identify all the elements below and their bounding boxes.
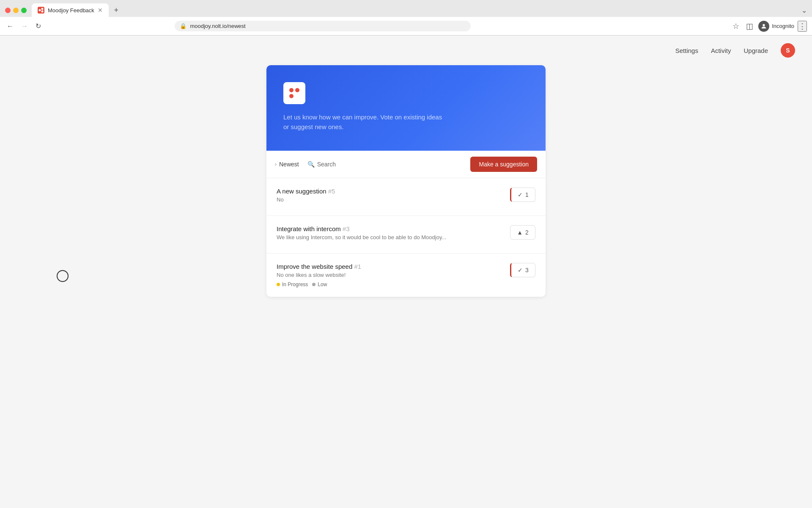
suggestion-content: A new suggestion #5No <box>277 188 503 206</box>
hero-logo <box>283 82 305 104</box>
collapse-button[interactable]: ⌄ <box>801 6 807 14</box>
tag-label: Low <box>318 282 327 287</box>
bookmark-button[interactable]: ☆ <box>731 20 741 33</box>
top-nav: Settings Activity Upgrade S <box>0 36 812 65</box>
sidebar-button[interactable]: ◫ <box>744 20 755 33</box>
upgrade-link[interactable]: Upgrade <box>743 47 768 54</box>
hero-banner: Let us know how we can improve. Vote on … <box>266 65 546 151</box>
vote-button[interactable]: ✓1 <box>510 188 535 202</box>
logo-dot-2 <box>295 88 299 92</box>
vote-button[interactable]: ▲2 <box>510 225 535 240</box>
make-suggestion-button[interactable]: Make a suggestion <box>470 157 537 172</box>
vote-icon: ✓ <box>518 267 523 273</box>
logo-dots <box>286 85 303 102</box>
address-bar: ← → ↻ 🔒 moodjoy.nolt.io/newest ☆ ◫ Incog… <box>0 17 812 36</box>
suggestion-item: Integrate with intercom #3We like using … <box>266 216 546 254</box>
newest-label: Newest <box>279 161 299 168</box>
suggestion-desc: No one likes a slow website! <box>277 272 503 278</box>
svg-point-1 <box>41 8 44 10</box>
settings-link[interactable]: Settings <box>675 47 698 54</box>
activity-link[interactable]: Activity <box>711 47 731 54</box>
suggestion-content: Improve the website speed #1No one likes… <box>277 263 503 287</box>
suggestion-title: A new suggestion #5 <box>277 188 503 195</box>
tag-label: In Progress <box>282 282 308 287</box>
search-button[interactable]: 🔍 Search <box>307 161 336 168</box>
url-text: moodjoy.nolt.io/newest <box>190 23 466 29</box>
svg-point-3 <box>763 24 765 26</box>
tab-close-button[interactable]: ✕ <box>98 7 103 13</box>
window-close-button[interactable] <box>5 8 11 13</box>
tab-favicon <box>38 7 44 14</box>
vote-count: 2 <box>525 229 529 236</box>
lock-icon: 🔒 <box>180 23 187 29</box>
app-page: Settings Activity Upgrade S Let us know … <box>0 36 812 508</box>
browser-menu-button[interactable]: ⋮ <box>798 21 807 32</box>
suggestion-number: #1 <box>354 263 361 270</box>
newest-filter[interactable]: › Newest <box>275 161 299 168</box>
toolbar-right: ☆ ◫ Incognito ⋮ <box>731 20 807 33</box>
vote-button[interactable]: ✓3 <box>510 263 535 277</box>
tab-bar: Moodjoy Feedback ✕ + ⌄ <box>0 0 812 17</box>
feedback-card: Let us know how we can improve. Vote on … <box>266 65 546 297</box>
incognito-label: Incognito <box>772 23 794 29</box>
back-button[interactable]: ← <box>5 21 15 32</box>
incognito-area: Incognito <box>758 21 794 32</box>
suggestion-content: Integrate with intercom #3We like using … <box>277 225 503 244</box>
logo-dot-1 <box>289 88 294 92</box>
suggestion-item: Improve the website speed #1No one likes… <box>266 254 546 297</box>
window-maximize-button[interactable] <box>21 8 27 13</box>
suggestion-tags: In ProgressLow <box>277 282 503 287</box>
filter-bar: › Newest 🔍 Search Make a suggestion <box>266 151 546 178</box>
tag: In Progress <box>277 282 308 287</box>
tag: Low <box>312 282 327 287</box>
window-controls <box>5 8 27 13</box>
logo-dot-3 <box>289 94 294 98</box>
tag-dot <box>277 283 280 286</box>
url-bar[interactable]: 🔒 moodjoy.nolt.io/newest <box>175 21 471 31</box>
main-content: Let us know how we can improve. Vote on … <box>0 65 812 322</box>
window-minimize-button[interactable] <box>13 8 19 13</box>
search-label: Search <box>317 161 336 168</box>
new-tab-button[interactable]: + <box>110 4 122 16</box>
svg-point-0 <box>39 9 41 11</box>
suggestions-list: A new suggestion #5No✓1Integrate with in… <box>266 178 546 297</box>
chevron-right-icon: › <box>275 161 277 167</box>
browser-chrome: Moodjoy Feedback ✕ + ⌄ ← → ↻ 🔒 moodjoy.n… <box>0 0 812 36</box>
top-nav-links: Settings Activity Upgrade S <box>675 43 795 58</box>
search-icon: 🔍 <box>307 161 315 168</box>
vote-icon: ▲ <box>517 229 523 236</box>
hero-description: Let us know how we can improve. Vote on … <box>283 113 444 132</box>
suggestion-title: Improve the website speed #1 <box>277 263 503 270</box>
tag-dot <box>312 283 315 286</box>
vote-count: 1 <box>525 191 529 198</box>
suggestion-title: Integrate with intercom #3 <box>277 225 503 232</box>
suggestion-number: #5 <box>328 188 335 195</box>
svg-point-2 <box>41 11 44 13</box>
incognito-icon <box>758 21 769 32</box>
active-tab[interactable]: Moodjoy Feedback ✕ <box>32 3 109 17</box>
reload-button[interactable]: ↻ <box>34 20 43 32</box>
suggestion-number: #3 <box>343 225 350 232</box>
suggestion-desc: We like using Intercom, so it would be c… <box>277 234 503 240</box>
forward-button[interactable]: → <box>19 21 30 32</box>
vote-count: 3 <box>525 267 529 273</box>
suggestion-item: A new suggestion #5No✓1 <box>266 178 546 216</box>
vote-icon: ✓ <box>518 191 523 198</box>
suggestion-desc: No <box>277 196 503 203</box>
tab-title: Moodjoy Feedback <box>48 7 94 14</box>
avatar[interactable]: S <box>781 43 795 58</box>
